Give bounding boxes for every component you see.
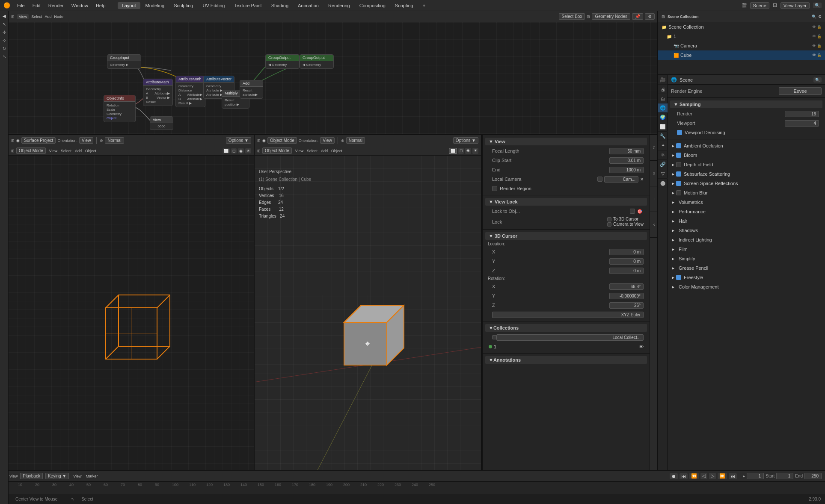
tab-modeling[interactable]: Modeling bbox=[141, 2, 169, 9]
local-camera-value[interactable]: Cam... bbox=[604, 176, 638, 183]
cursor-y-value[interactable]: 0 m bbox=[609, 258, 644, 265]
tl-play-rev[interactable]: ◁ bbox=[700, 473, 707, 479]
vp-right-shading-wire[interactable]: ◻ bbox=[458, 148, 464, 154]
simplify-row[interactable]: ▶ Simplify bbox=[670, 254, 822, 263]
timeline-playback-btn[interactable]: Playback bbox=[20, 473, 43, 479]
vp-right-mode-icon2[interactable]: ⊞ bbox=[257, 149, 261, 153]
prop-view-layer[interactable]: 🗂 bbox=[658, 94, 668, 103]
vp-left-normal-btn[interactable]: Normal bbox=[105, 137, 124, 144]
vp-right-normal-btn[interactable]: Normal bbox=[346, 137, 365, 144]
vp-left-body[interactable]: Cube bbox=[9, 156, 254, 504]
pin-btn[interactable]: 📌 bbox=[632, 13, 643, 20]
vp-shading-solid[interactable]: ⬜ bbox=[223, 148, 230, 153]
sampling-toggle[interactable]: ▼ Sampling bbox=[670, 100, 822, 108]
outliner-camera[interactable]: 📷 Camera 👁 🔒 bbox=[658, 41, 825, 50]
side-tab-group[interactable]: G bbox=[650, 135, 657, 161]
cursor-x-value[interactable]: 0 m bbox=[609, 249, 644, 255]
mb-row[interactable]: ▶ Motion Blur bbox=[670, 188, 822, 197]
add-menu[interactable]: Add bbox=[45, 15, 51, 19]
tool-move[interactable]: ⊹ bbox=[2, 37, 7, 44]
view-menu[interactable]: View bbox=[17, 14, 29, 19]
search-btn[interactable]: 🔍 bbox=[813, 3, 822, 8]
tl-jump-start[interactable]: ⏮ bbox=[680, 473, 688, 479]
tl-next-frame[interactable]: ⏩ bbox=[718, 473, 727, 479]
node-group-output-1[interactable]: GroupOutput ◀ Geometry bbox=[265, 54, 300, 69]
node-view[interactable]: View 0000 bbox=[150, 116, 173, 130]
node-group-input[interactable]: GroupInput Geometry ▶ bbox=[107, 54, 141, 69]
local-collect-cb[interactable] bbox=[492, 335, 496, 339]
sampling-render-value[interactable]: 16 bbox=[785, 111, 819, 117]
view-layer-selector[interactable]: View Layer bbox=[780, 2, 810, 9]
prop-material[interactable]: ⬤ bbox=[658, 179, 668, 188]
vp-right-select-menu[interactable]: Select bbox=[307, 149, 318, 153]
vis-icon2[interactable]: 🔒 bbox=[817, 25, 822, 29]
local-collect-value[interactable]: Local Collect... bbox=[496, 334, 644, 341]
node-editor-extra[interactable]: ⚙ bbox=[645, 13, 655, 20]
tl-record[interactable]: ⏺ bbox=[670, 473, 678, 479]
perf-row[interactable]: ▶ Performance bbox=[670, 207, 822, 216]
ao-checkbox[interactable] bbox=[676, 143, 681, 148]
select-menu[interactable]: Select bbox=[31, 15, 42, 19]
vp-left-editor-type[interactable]: ⊞ bbox=[11, 139, 15, 143]
node-canvas[interactable]: GroupInput Geometry ▶ GroupOutput ◀ Geom… bbox=[9, 22, 657, 134]
lock-obj-checkbox[interactable] bbox=[630, 209, 635, 214]
ambient-occ-row[interactable]: ▶ Ambient Occlusion bbox=[670, 141, 822, 150]
outliner-collection-1[interactable]: 📁 1 👁 🔒 bbox=[658, 32, 825, 41]
cam-vis1[interactable]: 👁 bbox=[812, 44, 816, 48]
vp-left-object-menu[interactable]: Object bbox=[85, 149, 96, 153]
menu-window[interactable]: Window bbox=[68, 2, 92, 9]
vp-right-surface-project[interactable]: Object Mode bbox=[267, 137, 297, 144]
side-tab-node[interactable]: N bbox=[650, 161, 657, 186]
collection-visibility-toggle[interactable]: 👁 bbox=[639, 344, 644, 349]
active-tool-btn[interactable]: Select Box bbox=[559, 13, 585, 20]
ssr-checkbox[interactable] bbox=[676, 181, 681, 186]
vol-row[interactable]: ▶ Volumetrics bbox=[670, 197, 822, 207]
prop-particles[interactable]: ✦ bbox=[658, 141, 668, 150]
vp-right-editor-type[interactable]: ⊞ bbox=[257, 139, 261, 143]
scene-selector[interactable]: Scene bbox=[750, 2, 769, 9]
prop-scene[interactable]: 🌐 bbox=[658, 103, 668, 113]
hair-row[interactable]: ▶ Hair bbox=[670, 216, 822, 226]
cube-vis2[interactable]: 🔒 bbox=[817, 53, 822, 57]
menu-render[interactable]: Render bbox=[45, 2, 67, 9]
vp-right-options[interactable]: Options ▼ bbox=[453, 137, 478, 144]
clip-start-value[interactable]: 0.01 m bbox=[609, 157, 644, 164]
outliner-cube[interactable]: 🟧 Cube 👁 🔒 bbox=[658, 50, 825, 60]
colorman-row[interactable]: ▶ Color Management bbox=[670, 282, 822, 292]
vp-shading-wire[interactable]: ◻ bbox=[231, 148, 237, 153]
vp-right-add-menu[interactable]: Add bbox=[321, 149, 328, 153]
vp-left-view-menu[interactable]: View bbox=[49, 149, 57, 153]
tab-shading[interactable]: Shading bbox=[267, 2, 293, 9]
prop-world[interactable]: 🌍 bbox=[658, 113, 668, 122]
ssr-row[interactable]: ▶ Screen Space Reflections bbox=[670, 179, 822, 188]
render-region-checkbox[interactable] bbox=[492, 186, 497, 191]
vp-left-object-mode[interactable]: Object Mode bbox=[16, 147, 46, 154]
lock-cursor-cb[interactable] bbox=[607, 217, 611, 221]
vp-right-view-menu[interactable]: View bbox=[295, 149, 303, 153]
tool-rotate[interactable]: ↻ bbox=[2, 45, 7, 52]
view-section-toggle[interactable]: ▼ View bbox=[485, 138, 647, 145]
clip-end-value[interactable]: 1000 m bbox=[609, 167, 644, 173]
node-object-info[interactable]: ObjectInfo Rotation Scale Geometry Objec… bbox=[104, 95, 136, 122]
sss-checkbox[interactable] bbox=[676, 171, 681, 177]
tab-add[interactable]: + bbox=[418, 2, 430, 9]
tl-jump-end[interactable]: ⏭ bbox=[729, 473, 737, 479]
collections-toggle[interactable]: ▼ Collections bbox=[485, 324, 647, 332]
focal-length-value[interactable]: 50 mm bbox=[609, 148, 644, 154]
render-engine-value[interactable]: Eevee bbox=[779, 87, 822, 95]
prop-object[interactable]: ⬜ bbox=[658, 122, 668, 132]
cam-vis2[interactable]: 🔒 bbox=[817, 44, 822, 48]
cube-vis1[interactable]: 👁 bbox=[812, 53, 816, 57]
side-tab-view[interactable]: V bbox=[650, 212, 657, 238]
node-attr-math-1[interactable]: AttributeMath Geometry Distance AAttribu… bbox=[175, 76, 205, 107]
prop-data[interactable]: ▽ bbox=[658, 169, 668, 179]
vp-left-select-menu[interactable]: Select bbox=[61, 149, 71, 153]
tab-sculpting[interactable]: Sculpting bbox=[169, 2, 197, 9]
end-frame-input[interactable]: 250 bbox=[804, 473, 822, 479]
bloom-row[interactable]: ▶ Bloom bbox=[670, 150, 822, 160]
vp-right-object-mode[interactable]: Object Mode bbox=[262, 147, 292, 154]
sss-row[interactable]: ▶ Subsurface Scattering bbox=[670, 169, 822, 179]
vp-right-shading-render[interactable]: ☀ bbox=[472, 148, 478, 154]
prop-constraints[interactable]: 🔗 bbox=[658, 160, 668, 169]
vp-right-shading-solid[interactable]: ⬜ bbox=[449, 148, 457, 154]
